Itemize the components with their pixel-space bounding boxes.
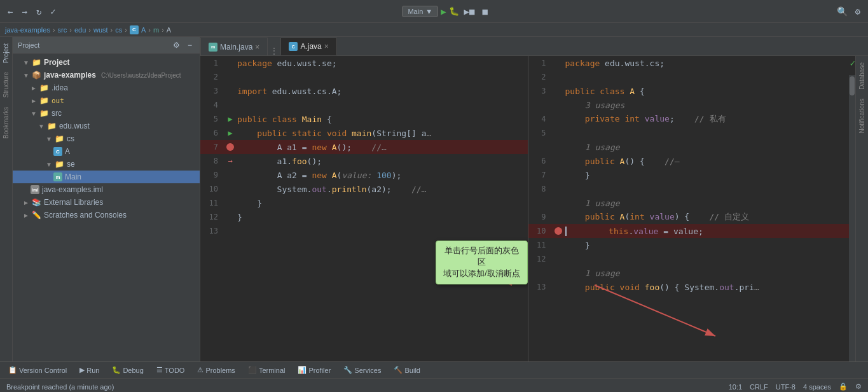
sidebar-tab-bookmarks[interactable]: Bookmarks	[1, 103, 11, 143]
a-code-panel: 1 package edu.wust.cs; ✓ 2	[528, 56, 856, 361]
src-folder-icon: 📁	[39, 109, 49, 118]
iml-file-icon: iml	[31, 185, 39, 194]
tab-main-java-close[interactable]: ×	[255, 43, 259, 52]
sidebar-tab-notifications[interactable]: Notifications	[857, 95, 867, 137]
tree-item-iml[interactable]: iml java-examples.iml	[13, 183, 200, 196]
statusbar-line-ending[interactable]: CRLF	[750, 383, 768, 391]
bc-a-class[interactable]: A	[141, 26, 146, 34]
toolbar-right: 🔍 ⚙	[834, 5, 863, 18]
tab-todo-label: TODO	[165, 367, 185, 374]
tab-problems[interactable]: ⚠ Problems	[191, 364, 240, 376]
run-arrow-5: ▶	[228, 115, 232, 123]
git-commit-icon[interactable]: ✓	[48, 5, 58, 18]
a-code-line-13: 10 this.value = value;	[528, 224, 856, 238]
a-code-line-4: 3 usages	[528, 98, 856, 112]
tab-terminal-label: Terminal	[259, 367, 286, 374]
tree-item-main[interactable]: m Main	[13, 171, 200, 183]
a-code-scroll[interactable]: 1 package edu.wust.cs; ✓ 2	[528, 56, 856, 361]
project-icon: 📦	[32, 71, 41, 80]
annotation-line1: 单击行号后面的灰色区	[444, 246, 519, 267]
gutter-5[interactable]: ▶	[223, 115, 237, 123]
gutter-6[interactable]: ▶	[223, 129, 237, 137]
sidebar-tab-database[interactable]: Database	[857, 59, 867, 94]
profiler-icon: 📊	[298, 366, 307, 374]
statusbar-indent[interactable]: 4 spaces	[803, 383, 831, 391]
tree-item-java-examples[interactable]: ▼ 📦 java-examples C:\Users\wustzz\IdeaPr…	[13, 69, 200, 81]
bc-src[interactable]: src	[58, 26, 67, 34]
bc-cs[interactable]: cs	[115, 26, 122, 34]
project-collapse-icon[interactable]: −	[185, 39, 195, 51]
project-header: Project ⚙ −	[13, 37, 200, 53]
chevron-down-icon: ▼	[38, 123, 45, 130]
gutter-8[interactable]: →	[223, 157, 237, 165]
run-config[interactable]: Main ▼	[402, 6, 438, 17]
tree-item-out[interactable]: ► 📁 out	[13, 94, 200, 107]
bc-edu[interactable]: edu	[74, 26, 86, 34]
sidebar-tab-project[interactable]: Project	[1, 39, 11, 67]
tree-item-se[interactable]: ▼ 📁 se	[13, 158, 200, 171]
tree-label-project: Project	[44, 58, 70, 67]
tab-services[interactable]: 🔧 Services	[338, 364, 387, 376]
settings-icon[interactable]: ⚙	[853, 5, 863, 18]
tab-main-java[interactable]: m Main.java ×	[200, 38, 268, 55]
bc-java-examples[interactable]: java-examples	[5, 26, 50, 34]
main-code-scroll[interactable]: 1 package edu.wust.se; 2	[200, 56, 528, 361]
tab-terminal[interactable]: ⬛ Terminal	[242, 364, 291, 376]
tab-main-java-label: Main.java	[220, 43, 252, 52]
search-everywhere-icon[interactable]: 🔍	[834, 5, 850, 18]
a-code-line-3: 3 public class A {	[528, 84, 856, 98]
a-code-line-9: 7 }	[528, 168, 856, 182]
gutter-7[interactable]	[223, 143, 237, 151]
editor-area: m Main.java × ⋮ C A.java ×	[200, 37, 868, 361]
tab-profiler[interactable]: 📊 Profiler	[292, 364, 336, 376]
a-gutter-13[interactable]	[551, 227, 565, 235]
tree-label-java-examples: java-examples	[44, 71, 96, 80]
a-panel-scrollbar[interactable]	[849, 75, 855, 361]
navigate-back-icon[interactable]: ←	[5, 5, 15, 18]
toolbar-left: ← → ↻ ✓	[5, 5, 59, 18]
tab-build[interactable]: 🔨 Build	[388, 364, 425, 376]
tab-run[interactable]: ▶ Run	[74, 364, 105, 376]
build-icon: 🔨	[394, 366, 403, 374]
tree-item-cs[interactable]: ▼ 📁 cs	[13, 132, 200, 145]
checkmark-1: ✓	[850, 58, 855, 68]
scroll-thumb	[850, 76, 855, 95]
code-line-12: 12 }	[200, 210, 528, 224]
debug-tab-icon: 🐛	[112, 366, 121, 374]
tree-item-edu-wust[interactable]: ▼ 📁 edu.wust	[13, 120, 200, 132]
run-with-coverage-icon[interactable]: ▶■	[462, 5, 478, 18]
edu-folder-icon: 📁	[47, 122, 57, 130]
statusbar-left: Breakpoint reached (a minute ago)	[6, 383, 114, 391]
a-code-line-11: 1 usage	[528, 196, 856, 210]
chevron-down-icon: ▼	[23, 72, 29, 79]
tree-item-idea[interactable]: ► 📁 .idea	[13, 81, 200, 94]
tree-label-cs: cs	[67, 134, 74, 143]
tree-item-scratches[interactable]: ► ✏️ Scratches and Consoles	[13, 209, 200, 221]
tab-a-java[interactable]: C A.java ×	[280, 38, 336, 55]
tree-item-external-libs[interactable]: ► 📚 External Libraries	[13, 196, 200, 209]
tree-item-src[interactable]: ▼ 📁 src	[13, 107, 200, 120]
tab-a-java-close[interactable]: ×	[324, 42, 329, 51]
stop-button[interactable]: ■	[479, 5, 490, 18]
git-update-icon[interactable]: ↻	[34, 5, 44, 18]
project-settings-icon[interactable]: ⚙	[170, 39, 183, 51]
tab-version-control[interactable]: 📋 Version Control	[3, 364, 72, 376]
navigate-forward-icon[interactable]: →	[19, 5, 29, 18]
run-button[interactable]: ▶	[441, 6, 446, 17]
java-m-file-icon: m	[53, 172, 62, 181]
chevron-down-icon: ▼	[46, 136, 52, 143]
debug-button[interactable]: 🐛	[449, 6, 459, 16]
sidebar-tab-structure[interactable]: Structure	[1, 68, 11, 102]
tab-debug[interactable]: 🐛 Debug	[106, 364, 149, 376]
statusbar-charset[interactable]: UTF-8	[776, 383, 796, 391]
tree-item-a[interactable]: C A	[13, 145, 200, 158]
tab-profiler-label: Profiler	[308, 367, 331, 374]
editor-tabs: m Main.java × ⋮ C A.java ×	[200, 37, 868, 56]
tab-todo[interactable]: ☰ TODO	[151, 364, 191, 376]
a-code-line-2: 2	[528, 70, 856, 84]
toolbar-center: Main ▼ ▶ 🐛 ▶■ ■	[402, 5, 490, 18]
bc-wust[interactable]: wust	[93, 26, 108, 34]
tree-item-project[interactable]: ▼ 📁 Project	[13, 56, 200, 69]
statusbar-position[interactable]: 10:1	[729, 383, 742, 391]
a-code-line-10: 8	[528, 182, 856, 196]
